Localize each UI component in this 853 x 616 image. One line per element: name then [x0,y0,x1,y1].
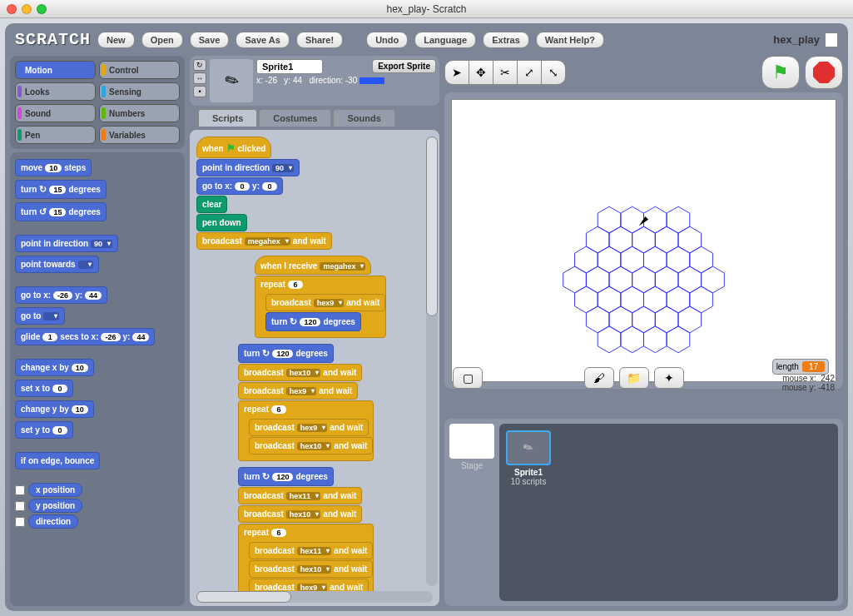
broadcast-hex10-block[interactable]: broadcasthex10and wait [249,560,373,578]
broadcast-hex11-block[interactable]: broadcasthex11and wait [249,542,373,559]
stage[interactable]: length 17 [451,99,836,382]
stop-button[interactable] [805,56,843,89]
rotate-style-none-icon[interactable]: • [193,86,206,97]
tab-costumes[interactable]: Costumes [259,109,331,127]
move-block[interactable]: move10steps [15,159,92,176]
sprite-item-sprite1[interactable]: ✎ Sprite1 10 scripts [506,430,551,486]
tab-scripts[interactable]: Scripts [198,109,257,127]
set-x-block[interactable]: set x to0 [15,380,73,397]
set-y-block[interactable]: set y to0 [15,421,73,439]
point-towards-block[interactable]: point towards [15,256,99,273]
pen-down-block[interactable]: pen down [196,214,247,231]
svg-marker-4 [644,286,667,313]
broadcast-hex9-block[interactable]: broadcasthex9and wait [265,294,385,311]
scripts-pane[interactable]: when⚑clicked point in direction90 go to … [190,130,439,606]
extras-button[interactable]: Extras [483,32,529,48]
goto-xy-block[interactable]: go to x:0y:0 [196,177,283,195]
direction-checkbox[interactable] [15,517,25,527]
turn-right-block[interactable]: turn↻15degrees [15,180,107,199]
direction-indicator[interactable] [360,77,384,84]
script-stack-1[interactable]: when⚑clicked point in direction90 go to … [196,137,332,251]
sprite1-scripts-count: 10 scripts [506,477,551,486]
xpos-checkbox[interactable] [15,485,25,495]
script-stack-4[interactable]: turn↻120degrees broadcasthex11and wait b… [238,467,374,604]
clear-block[interactable]: clear [196,196,227,213]
sprite-name-input[interactable]: Sprite1 [256,59,323,74]
when-flag-clicked-block[interactable]: when⚑clicked [196,137,271,158]
goto-block[interactable]: go to [15,307,65,325]
broadcast-hex11-block[interactable]: broadcasthex11and wait [238,487,362,504]
broadcast-hex10-block[interactable]: broadcasthex10and wait [238,364,362,381]
broadcast-hex10-block[interactable]: broadcasthex10and wait [249,437,373,455]
green-flag-button[interactable]: ⚑ [761,56,800,89]
open-button[interactable]: Open [141,32,183,48]
broadcast-hex9-block[interactable]: broadcasthex9and wait [238,382,358,400]
broadcast-megahex-block[interactable]: broadcastmegahexand wait [196,232,332,250]
rotate-style-full-icon[interactable]: ↻ [193,59,206,71]
svg-marker-8 [632,226,656,253]
category-numbers[interactable]: Numbers [99,104,180,122]
import-sprite-button[interactable]: 📁 [619,367,649,389]
point-direction-block[interactable]: point in direction90 [196,159,300,176]
change-y-block[interactable]: change y by10 [15,400,94,418]
save-button[interactable]: Save [190,32,230,48]
scripts-vertical-scrollbar[interactable] [426,137,438,586]
broadcast-hex9-block[interactable]: broadcasthex9and wait [249,419,369,436]
scissors-tool[interactable]: ✂ [493,60,517,85]
xpos-reporter[interactable]: x position [28,483,82,497]
length-monitor[interactable]: length 17 [772,359,829,375]
presentation-mode-button[interactable]: ▢ [453,367,483,389]
share-button[interactable]: Share! [296,32,343,48]
category-sensing[interactable]: Sensing [99,82,180,101]
paint-new-sprite-button[interactable]: 🖌 [584,367,614,389]
turn-120-block[interactable]: turn↻120degrees [238,344,334,363]
category-looks[interactable]: Looks [15,82,96,101]
category-sound[interactable]: Sound [15,104,96,122]
turn-120-block[interactable]: turn↻120degrees [238,467,334,486]
save-as-button[interactable]: Save As [236,32,289,48]
language-button[interactable]: Language [414,32,476,48]
category-numbers-label: Numbers [109,109,145,118]
tab-sounds[interactable]: Sounds [333,109,394,127]
repeat-block[interactable]: repeat6 broadcasthex9and wait broadcasth… [238,400,374,461]
turn-120-block[interactable]: turn↻120degrees [265,312,361,331]
shrink-tool[interactable]: ⤡ [541,60,566,85]
svg-marker-36 [586,226,609,253]
sprite-list: ✎ Sprite1 10 scripts [499,424,838,601]
stage-header: ➤ ✥ ✂ ⤢ ⤡ ⚑ [444,56,843,89]
project-notes-icon[interactable] [825,32,838,47]
category-control[interactable]: Control [99,61,180,79]
script-stack-3[interactable]: turn↻120degrees broadcasthex10and wait b… [238,344,374,462]
direction-reporter[interactable]: direction [28,514,78,529]
turn-left-block[interactable]: turn↺15degrees [15,202,107,221]
category-pen[interactable]: Pen [15,126,96,144]
ypos-checkbox[interactable] [15,501,25,511]
sprite-info: ↻ ↔ • ✎ Sprite1 Export Sprite x: -26 y: … [190,56,439,106]
svg-marker-29 [644,326,667,353]
glide-block[interactable]: glide1secs to x:-26y:44 [15,328,155,345]
goto-xy-block[interactable]: go to x:-26y:44 [15,286,107,304]
repeat-block[interactable]: repeat6 broadcasthex9and wait turn↻120de… [255,276,386,338]
when-receive-megahex-block[interactable]: when I receivemegahex [255,256,371,275]
help-button[interactable]: Want Help? [536,32,604,48]
stage-item[interactable]: Stage [449,424,494,601]
pointer-tool[interactable]: ➤ [444,60,469,85]
new-button[interactable]: New [97,32,135,48]
category-variables[interactable]: Variables [99,126,180,144]
ypos-reporter[interactable]: y position [28,499,82,513]
export-sprite-button[interactable]: Export Sprite [372,59,436,73]
stamp-tool[interactable]: ✥ [469,60,493,85]
project-name-area: hex_play [773,32,838,47]
point-direction-block[interactable]: point in direction90 [15,235,118,252]
category-motion[interactable]: Motion [15,61,96,79]
surprise-sprite-button[interactable]: ✦ [654,367,684,389]
rotate-style-lr-icon[interactable]: ↔ [193,72,206,84]
scripts-horizontal-scrollbar[interactable] [196,591,433,603]
broadcast-hex10-block[interactable]: broadcasthex10and wait [238,505,362,523]
script-stack-2[interactable]: when I receivemegahex repeat6 broadcasth… [255,256,386,339]
grow-tool[interactable]: ⤢ [517,60,541,85]
change-x-block[interactable]: change x by10 [15,359,94,376]
svg-marker-17 [586,266,609,293]
bounce-block[interactable]: if on edge, bounce [15,452,100,469]
undo-button[interactable]: Undo [366,32,408,48]
